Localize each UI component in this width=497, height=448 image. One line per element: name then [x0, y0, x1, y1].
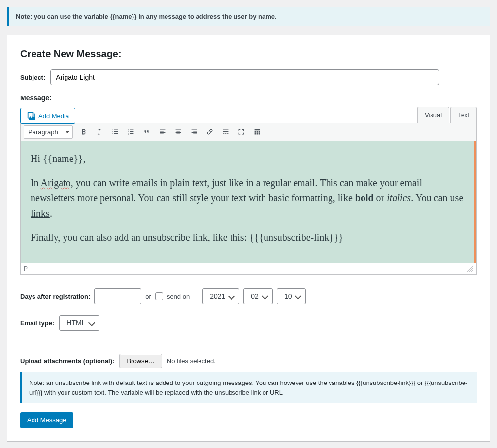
editor-mode-tabs: Visual Text — [20, 107, 477, 123]
insert-link-button[interactable] — [203, 125, 217, 139]
spellcheck-word: Arigato — [41, 177, 71, 188]
editor-toolbar: Paragraph — [21, 123, 476, 141]
bold-button[interactable] — [77, 125, 91, 139]
read-more-icon — [221, 128, 230, 136]
attachments-row: Upload attachments (optional): Browse… N… — [20, 354, 477, 368]
subject-row: Subject: — [20, 69, 477, 85]
send-on-checkbox[interactable] — [155, 292, 163, 300]
year-select[interactable]: 2021 — [202, 288, 239, 304]
days-after-label: Days after registration: — [20, 293, 90, 300]
days-after-input[interactable] — [94, 288, 141, 304]
format-select[interactable]: Paragraph — [24, 125, 73, 139]
email-type-label: Email type: — [20, 320, 54, 327]
editor-content-area[interactable]: Hi {{name}}, In Arigato, you can write e… — [21, 141, 476, 263]
editor-path: P — [24, 265, 28, 272]
kitchen-sink-icon — [253, 128, 262, 136]
editor-paragraph: In Arigato, you can write emails in plai… — [31, 175, 464, 221]
top-info-note-text: Note: you can use the variable {{name}} … — [16, 13, 277, 20]
editor-paragraph: Finally, you can also add an unsubscribe… — [31, 230, 464, 245]
align-center-button[interactable] — [171, 125, 185, 139]
email-type-row: Email type: HTML — [20, 315, 477, 331]
italic-button[interactable] — [93, 125, 106, 139]
month-select[interactable]: 02 — [243, 288, 273, 304]
tab-visual[interactable]: Visual — [417, 107, 449, 123]
bullet-list-button[interactable] — [108, 125, 122, 139]
top-info-note: Note: you can use the variable {{name}} … — [7, 7, 490, 26]
toolbar-toggle-button[interactable] — [250, 125, 264, 139]
no-files-text: No files selected. — [167, 357, 216, 365]
quote-icon — [142, 128, 151, 136]
fullscreen-icon — [237, 128, 246, 136]
number-list-button[interactable] — [124, 125, 138, 139]
italic-icon — [95, 128, 104, 136]
editor-box: Paragraph Hi {{name}}, In Arigato, you c… — [20, 123, 477, 275]
fullscreen-button[interactable] — [234, 125, 248, 139]
send-on-label: send on — [167, 293, 190, 300]
align-left-icon — [158, 128, 167, 136]
align-right-icon — [190, 128, 199, 136]
schedule-row: Days after registration: or send on 2021… — [20, 288, 477, 304]
editor-paragraph: Hi {{name}}, — [31, 151, 464, 166]
message-label: Message: — [20, 94, 477, 102]
blockquote-button[interactable] — [140, 125, 154, 139]
align-center-icon — [174, 128, 183, 136]
tab-text[interactable]: Text — [450, 107, 477, 123]
ul-icon — [111, 128, 120, 136]
subject-input[interactable] — [50, 69, 439, 85]
align-right-button[interactable] — [187, 125, 201, 139]
insert-more-button[interactable] — [219, 125, 232, 139]
link-icon — [205, 128, 214, 136]
browse-button[interactable]: Browse… — [119, 354, 162, 368]
resize-handle-icon[interactable] — [466, 265, 473, 272]
editor-wrap: Visual Text Paragraph — [20, 107, 477, 275]
panel-heading: Create New Message: — [20, 48, 477, 60]
bottom-info-note: Note: an unsubscribe link with default t… — [20, 372, 477, 403]
email-type-select[interactable]: HTML — [59, 315, 99, 331]
bold-icon — [79, 128, 88, 136]
separator — [20, 343, 477, 343]
editor-link[interactable]: links — [31, 208, 50, 219]
subject-label: Subject: — [20, 74, 45, 81]
ol-icon — [127, 128, 135, 136]
editor-path-bar: P — [21, 263, 476, 274]
format-select-value: Paragraph — [28, 128, 58, 136]
align-left-button[interactable] — [156, 125, 169, 139]
day-select[interactable]: 10 — [277, 288, 306, 304]
create-message-panel: Create New Message: Subject: Message: Ad… — [7, 35, 490, 442]
bottom-info-note-text: Note: an unsubscribe link with default t… — [29, 379, 467, 396]
or-text: or — [145, 293, 151, 300]
add-message-button[interactable]: Add Message — [20, 412, 73, 428]
upload-attach-label: Upload attachments (optional): — [20, 357, 114, 365]
